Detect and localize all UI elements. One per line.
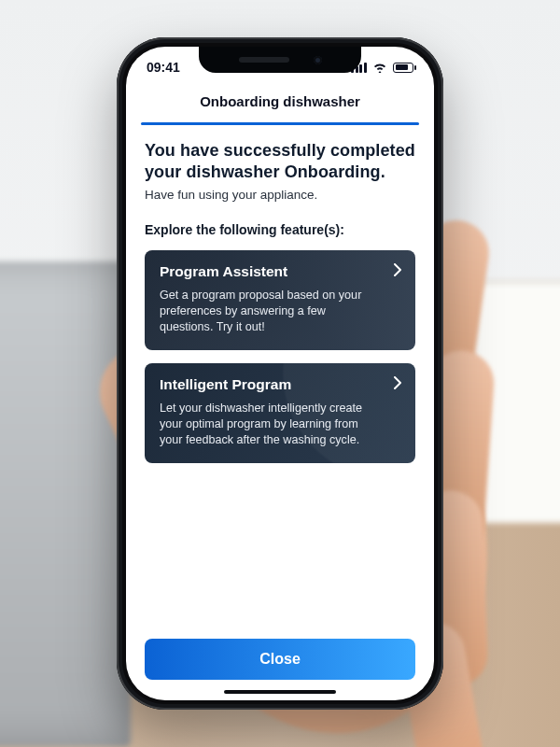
battery-icon [393,63,413,73]
page-title: Onboarding dishwasher [126,88,434,122]
explore-heading: Explore the following feature(s): [145,222,415,237]
success-title: You have successfully completed your dis… [145,140,415,182]
status-time: 09:41 [147,60,180,75]
feature-card-title: Intelligent Program [160,376,400,393]
phone-notch [199,47,361,73]
onboarding-progress [141,122,419,125]
speaker-icon [239,57,289,63]
success-subtitle: Have fun using your appliance. [145,188,415,202]
chevron-right-icon [393,376,402,389]
feature-card-description: Get a program proposal based on your pre… [160,288,381,335]
home-indicator[interactable] [224,690,336,695]
app-screen: 09:41 Onboarding dishwasher You have suc… [126,47,434,700]
onboarding-content: You have successfully completed your dis… [126,125,434,639]
chevron-right-icon [393,263,402,276]
onboarding-progress-fill [141,122,419,125]
phone-frame: 09:41 Onboarding dishwasher You have suc… [117,37,443,710]
feature-card-intelligent-program[interactable]: Intelligent Program Let your dishwasher … [145,363,415,463]
feature-card-title: Program Assistent [160,263,400,280]
wifi-icon [372,62,387,73]
feature-card-program-assistent[interactable]: Program Assistent Get a program proposal… [145,250,415,350]
front-camera-icon [314,56,322,64]
close-button[interactable]: Close [145,639,415,680]
feature-card-description: Let your dishwasher intelligently create… [160,401,381,448]
